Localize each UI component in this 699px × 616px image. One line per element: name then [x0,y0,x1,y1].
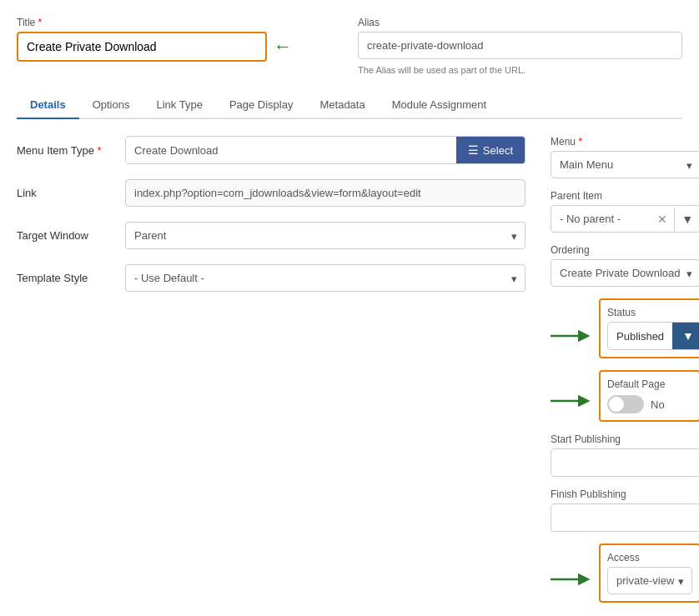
title-input[interactable] [17,32,267,62]
tab-module-assignment[interactable]: Module Assignment [379,92,500,119]
menu-item-type-value: Create Download [126,138,456,163]
menu-item-type-control: Create Download ☰ Select [125,136,526,164]
status-value: Published [608,323,672,349]
status-dropdown-button[interactable]: ▼ [672,323,699,349]
alias-hint: The Alias will be used as part of the UR… [358,65,682,75]
template-style-row: Template Style - Use Default - [17,264,526,292]
tab-options[interactable]: Options [79,92,143,119]
alias-input[interactable] [358,32,682,59]
start-publishing-input[interactable] [551,450,699,476]
menu-label: Menu * [551,136,699,148]
status-label: Status [607,307,699,318]
ordering-select[interactable]: Create Private Download [551,259,699,287]
toggle-no-label: No [651,398,665,411]
status-arrow-svg [551,323,592,348]
status-control: Published ▼ [607,322,699,350]
access-arrow-svg [551,567,592,592]
tab-details[interactable]: Details [17,92,79,119]
finish-publishing-label: Finish Publishing [551,488,699,500]
target-window-select[interactable]: Parent New Window Modal [125,222,526,249]
select-button[interactable]: ☰ Select [456,137,525,163]
parent-item-dropdown-button[interactable]: ▼ [674,208,699,231]
title-required: * [38,17,43,28]
finish-publishing-control: 📅 [551,503,699,532]
target-window-row: Target Window Parent New Window Modal [17,222,526,249]
parent-item-control: - No parent - ✕ ▼ [551,205,699,233]
template-style-select[interactable]: - Use Default - [125,264,526,292]
tabs-bar: Details Options Link Type Page Display M… [17,92,682,119]
tab-page-display[interactable]: Page Display [216,92,307,119]
menu-item-type-row: Menu Item Type * Create Download ☰ Selec… [17,136,526,164]
default-page-toggle[interactable] [607,395,644,413]
access-label: Access [607,552,692,563]
list-icon: ☰ [468,143,479,157]
link-input[interactable] [125,179,526,207]
ordering-label: Ordering [551,244,699,256]
ordering-field-group: Ordering Create Private Download [551,244,699,287]
parent-item-label: Parent Item [551,190,699,202]
start-publishing-label: Start Publishing [551,433,699,445]
finish-publishing-input[interactable] [551,505,699,531]
template-style-label: Template Style [17,272,125,284]
menu-select[interactable]: Main Menu [551,151,699,178]
start-publishing-control: 📅 [551,448,699,477]
tab-metadata[interactable]: Metadata [306,92,378,119]
target-window-label: Target Window [17,229,125,242]
title-label: Title * [17,17,341,28]
link-row: Link [17,179,526,207]
start-publishing-field-group: Start Publishing 📅 [551,433,699,477]
parent-item-field-group: Parent Item - No parent - ✕ ▼ [551,190,699,233]
default-page-arrow-svg [551,388,592,413]
menu-field-group: Menu * Main Menu [551,136,699,178]
finish-publishing-field-group: Finish Publishing 📅 [551,488,699,532]
link-label: Link [17,187,125,199]
parent-item-clear-button[interactable]: ✕ [651,208,674,231]
status-field-group: Status Published ▼ [599,298,699,358]
menu-item-type-label: Menu Item Type * [17,144,125,157]
default-page-field-group: Default Page No [599,370,699,422]
parent-item-value: - No parent - [551,206,651,232]
default-page-label: Default Page [607,378,692,390]
title-arrow-annotation: ← [274,36,292,58]
access-select[interactable]: public registered private-view guest sup… [607,567,692,594]
default-page-toggle-wrap: No [607,395,692,413]
tab-link-type[interactable]: Link Type [143,92,215,119]
alias-label: Alias [358,17,682,28]
access-field-group: Access public registered private-view gu… [599,543,699,603]
